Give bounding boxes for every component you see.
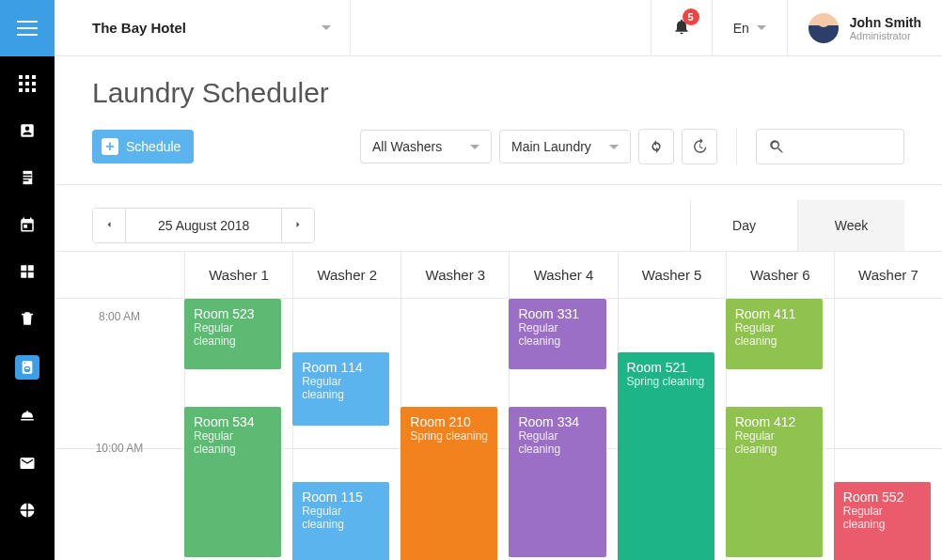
user-menu[interactable]: John Smith Administrator	[787, 0, 942, 55]
svg-rect-1	[25, 75, 29, 79]
svg-rect-3	[19, 82, 23, 86]
grid-header: Washer 1 Washer 2 Washer 3 Washer 4 Wash…	[55, 252, 942, 299]
event-subtitle: Regular cleaning	[302, 375, 380, 401]
chevron-down-icon	[470, 145, 479, 149]
event-card[interactable]: Room 210Spring cleaning	[400, 407, 497, 560]
nav-receipt[interactable]	[17, 167, 38, 188]
nav-room-service[interactable]	[17, 406, 38, 427]
svg-rect-2	[32, 75, 36, 79]
hotel-selector[interactable]: The Bay Hotel	[55, 0, 351, 55]
event-card[interactable]: Room 114Regular cleaning	[292, 352, 389, 426]
sidebar	[0, 0, 55, 560]
laundry-icon	[20, 360, 35, 375]
event-title: Room 114	[302, 360, 380, 375]
event-card[interactable]: Room 334Regular cleaning	[509, 407, 605, 557]
cloche-icon	[19, 408, 36, 425]
event-subtitle: Spring cleaning	[627, 375, 705, 388]
nav-reports[interactable]	[17, 500, 38, 521]
refresh-icon	[648, 138, 665, 155]
event-card[interactable]: Room 331Regular cleaning	[509, 299, 605, 369]
schedule-button-label: Schedule	[126, 139, 181, 154]
page-title: Laundry Scheduler	[92, 77, 904, 109]
search-icon	[768, 138, 785, 155]
event-subtitle: Spring cleaning	[410, 429, 488, 443]
event-card[interactable]: Room 534Regular cleaning	[184, 407, 281, 557]
topbar: The Bay Hotel 5 En John Smith A	[55, 0, 942, 56]
event-title: Room 334	[518, 414, 596, 429]
svg-rect-8	[32, 88, 36, 92]
laundry-filter[interactable]: Main Laundry	[499, 130, 631, 163]
event-title: Room 521	[627, 360, 705, 375]
event-title: Room 534	[194, 414, 272, 429]
washer-header-5: Washer 5	[618, 252, 726, 298]
event-title: Room 411	[735, 306, 813, 321]
view-day-tab[interactable]: Day	[690, 200, 797, 251]
prev-day-button[interactable]	[93, 209, 125, 242]
event-card[interactable]: Room 115Regular cleaning	[292, 482, 389, 560]
svg-rect-4	[25, 82, 29, 86]
washer-filter-value: All Washers	[372, 139, 442, 154]
event-card[interactable]: Room 552Regular cleaning	[834, 482, 931, 560]
schedule-button[interactable]: + Schedule	[92, 130, 194, 163]
event-card[interactable]: Room 411Regular cleaning	[726, 299, 823, 369]
washer-header-4: Washer 4	[509, 252, 617, 298]
event-title: Room 210	[410, 414, 488, 429]
search-input[interactable]	[756, 129, 904, 164]
washer-filter[interactable]: All Washers	[360, 130, 492, 163]
nav-trash[interactable]	[17, 308, 38, 329]
user-role: Administrator	[850, 30, 921, 41]
refresh-button[interactable]	[638, 129, 674, 164]
calendar-icon	[19, 216, 36, 233]
nav-calendar[interactable]	[17, 214, 38, 235]
date-nav-row: 25 August 2018 Day Week	[55, 185, 942, 252]
chevron-down-icon	[757, 25, 766, 30]
language-selector[interactable]: En	[712, 0, 787, 55]
avatar	[809, 13, 839, 43]
chevron-down-icon	[322, 25, 331, 30]
toolbar: + Schedule All Washers Main Laundry	[55, 109, 942, 185]
schedule-grid: Washer 1 Washer 2 Washer 3 Washer 4 Wash…	[55, 252, 942, 560]
next-day-button[interactable]	[282, 209, 314, 242]
trash-icon	[19, 310, 36, 327]
washer-header-1: Washer 1	[184, 252, 292, 298]
event-title: Room 115	[302, 490, 380, 505]
nav-apps[interactable]	[17, 73, 38, 94]
washer-header-6: Washer 6	[726, 252, 834, 298]
nav-laundry[interactable]	[15, 355, 39, 380]
event-subtitle: Regular cleaning	[735, 321, 813, 348]
event-card[interactable]: Room 412Regular cleaning	[726, 407, 823, 557]
event-title: Room 412	[735, 414, 813, 429]
washer-header-7: Washer 7	[834, 252, 942, 298]
time-label-0800: 8:00 AM	[55, 310, 184, 323]
language-label: En	[733, 21, 749, 36]
event-card[interactable]: Room 523Regular cleaning	[184, 299, 281, 369]
event-subtitle: Regular cleaning	[518, 321, 596, 348]
plus-icon: +	[102, 138, 118, 155]
svg-rect-7	[25, 88, 29, 92]
event-subtitle: Regular cleaning	[194, 429, 272, 456]
event-subtitle: Regular cleaning	[194, 321, 272, 348]
event-subtitle: Regular cleaning	[735, 429, 813, 456]
nav-contacts[interactable]	[17, 120, 38, 141]
event-card[interactable]: Room 521Spring cleaning	[618, 352, 714, 560]
washer-header-3: Washer 3	[400, 252, 509, 298]
laundry-filter-value: Main Laundry	[511, 139, 591, 154]
mail-icon	[19, 455, 36, 472]
nav-rooms[interactable]	[17, 261, 38, 282]
hotel-name: The Bay Hotel	[92, 20, 186, 36]
chevron-left-icon	[103, 219, 115, 230]
event-subtitle: Regular cleaning	[843, 505, 921, 531]
chevron-right-icon	[292, 219, 304, 230]
grid-icon	[19, 75, 36, 92]
menu-toggle[interactable]	[0, 0, 55, 56]
receipt-icon	[19, 169, 36, 186]
event-title: Room 552	[843, 490, 921, 505]
nav-mail[interactable]	[17, 453, 38, 474]
hamburger-icon	[17, 27, 38, 29]
notifications-button[interactable]: 5	[651, 0, 712, 55]
pie-icon	[19, 502, 36, 519]
history-button[interactable]	[682, 129, 717, 164]
washer-header-2: Washer 2	[292, 252, 400, 298]
view-week-tab[interactable]: Week	[797, 200, 904, 251]
event-title: Room 331	[518, 306, 596, 321]
